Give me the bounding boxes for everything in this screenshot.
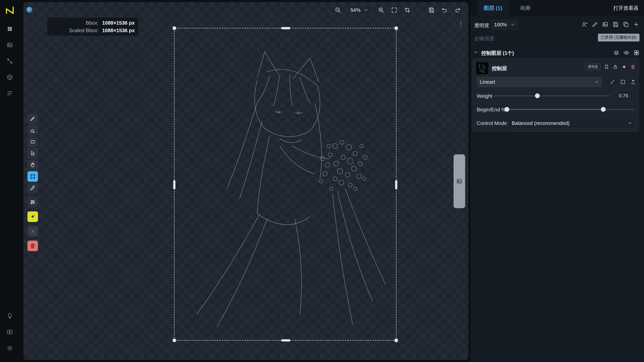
rect-tool-button[interactable]: [27, 137, 38, 147]
layer-actions-row: [581, 21, 639, 28]
canvas-toolbar: 54%: [335, 4, 468, 17]
eraser-tool-button[interactable]: [27, 125, 38, 135]
bbox-handle-left-mid[interactable]: [173, 180, 176, 190]
stack-icon[interactable]: [613, 50, 619, 56]
model-actions: [610, 79, 636, 85]
bbox-handle-bottom-mid[interactable]: [281, 339, 291, 342]
bbox-handle-top-left[interactable]: [172, 26, 176, 30]
tab-layers[interactable]: 图层 (1): [477, 0, 509, 16]
control-mode-select[interactable]: Balanced (recommended): [508, 118, 636, 128]
sliders-icon: [30, 199, 36, 205]
bbox-tool-button[interactable]: [27, 171, 38, 182]
nav-canvas-icon[interactable]: [4, 39, 16, 51]
video-tutorials-icon[interactable]: [4, 326, 16, 338]
invoke-generate-button[interactable]: [27, 211, 38, 222]
delete-layer-trash-icon[interactable]: [630, 64, 636, 70]
stepper-up-icon[interactable]: [628, 93, 632, 96]
bbox-handle-right-mid[interactable]: [395, 180, 398, 190]
nav-bottom-group: [4, 310, 16, 358]
brush-icon: [30, 116, 36, 122]
nav-generation-icon[interactable]: [4, 23, 16, 35]
opacity-value: 100%: [494, 22, 507, 28]
image-icon[interactable]: [602, 21, 609, 28]
end-slider-knob[interactable]: [601, 107, 606, 112]
selection-bbox[interactable]: [174, 28, 396, 341]
cancel-button[interactable]: [27, 226, 38, 237]
cursor-icon: [30, 150, 36, 156]
frame-icon[interactable]: [620, 79, 626, 85]
brush-tool-button[interactable]: [27, 113, 38, 124]
download-icon[interactable]: [467, 7, 468, 13]
eye-icon[interactable]: [623, 50, 629, 56]
floppy-icon[interactable]: [612, 21, 619, 28]
undo-icon[interactable]: [441, 7, 448, 13]
canvas-side-grip[interactable]: [454, 154, 465, 208]
tab-layers-label: 图层 (1): [484, 5, 502, 12]
section-chevron-down-icon[interactable]: [473, 50, 478, 55]
fit-bbox-icon[interactable]: [404, 7, 411, 13]
weight-slider-track[interactable]: [494, 96, 610, 96]
layer-opacity-badge[interactable]: 透明度: [585, 64, 600, 70]
wand-icon[interactable]: [610, 79, 616, 85]
bbox-info: Bbox: 1088×1536 px Scaled Bbox: 1088×153…: [47, 18, 138, 36]
bbox-handle-bottom-left[interactable]: [172, 338, 176, 342]
weight-label: Weight: [477, 93, 492, 99]
hand-icon: [30, 162, 36, 168]
plus-icon[interactable]: [633, 21, 639, 28]
begin-slider-knob[interactable]: [504, 107, 509, 112]
fit-to-view-icon[interactable]: [391, 7, 397, 13]
begin-end-slider[interactable]: [504, 107, 635, 112]
opacity-select[interactable]: 100%: [491, 20, 518, 30]
bbox-handle-top-mid[interactable]: [281, 27, 291, 30]
export-icon[interactable]: [630, 79, 636, 85]
settings-gear-icon[interactable]: [4, 342, 16, 354]
bbox-label: Bbox:: [51, 20, 99, 26]
bbox-handle-top-right[interactable]: [394, 26, 398, 30]
move-tool-button[interactable]: [27, 148, 38, 159]
zoom-out-icon[interactable]: [335, 7, 341, 13]
layer-thumbnail[interactable]: [476, 62, 488, 74]
control-layers-section-title: 控制图层 (1个): [481, 50, 514, 57]
color-swatch[interactable]: [26, 6, 33, 13]
rectangle-icon: [30, 139, 36, 145]
nav-workflows-icon[interactable]: [4, 55, 16, 67]
open-viewer-link[interactable]: 打开查看器: [613, 0, 638, 16]
canvas-workspace[interactable]: Bbox: 1088×1536 px Scaled Bbox: 1088×153…: [23, 2, 468, 360]
denoise-disabled-badge: 已禁用 (无栅格内容): [598, 34, 639, 41]
stepper-down-icon[interactable]: [628, 96, 632, 98]
section-actions: [613, 50, 639, 56]
visibility-dot-icon[interactable]: [621, 64, 627, 70]
bookmark-icon[interactable]: [604, 64, 609, 70]
eyedropper-tool-button[interactable]: [27, 183, 38, 193]
invoke-logo[interactable]: [4, 5, 16, 17]
close-icon: [30, 228, 36, 234]
control-layer-card[interactable]: 控制层 透明度 Lineart Weight: [472, 58, 639, 132]
chevron-down-icon: [594, 79, 599, 84]
zoom-level-select[interactable]: 54%: [348, 5, 371, 15]
pan-tool-button[interactable]: [27, 160, 38, 170]
delete-button[interactable]: [27, 241, 38, 251]
tool-palette: [27, 113, 38, 252]
tab-gallery[interactable]: 画廊: [513, 0, 538, 16]
copy-icon[interactable]: [623, 21, 629, 28]
hints-bulb-icon[interactable]: [4, 310, 16, 322]
lock-icon[interactable]: [613, 64, 618, 70]
person-plus-icon[interactable]: [581, 21, 588, 28]
open-viewer-label: 打开查看器: [613, 5, 638, 12]
weight-slider[interactable]: [494, 93, 610, 98]
zoom-in-icon[interactable]: [378, 7, 384, 13]
nav-models-icon[interactable]: [4, 71, 16, 83]
trash-icon: [30, 243, 36, 249]
weight-slider-knob[interactable]: [535, 93, 540, 98]
pen-icon[interactable]: [592, 21, 598, 28]
save-icon[interactable]: [428, 7, 435, 13]
grid-icon[interactable]: [633, 50, 639, 56]
control-model-select[interactable]: Lineart: [477, 77, 602, 87]
chevron-down-icon: [627, 121, 632, 126]
canvas-overflow-menu-button[interactable]: ⋮: [456, 18, 466, 29]
redo-icon[interactable]: [454, 7, 461, 13]
nav-queue-icon[interactable]: [4, 87, 16, 99]
weight-value-input[interactable]: 0.75: [616, 91, 633, 101]
filters-button[interactable]: [27, 197, 38, 207]
bbox-handle-bottom-right[interactable]: [394, 338, 398, 342]
